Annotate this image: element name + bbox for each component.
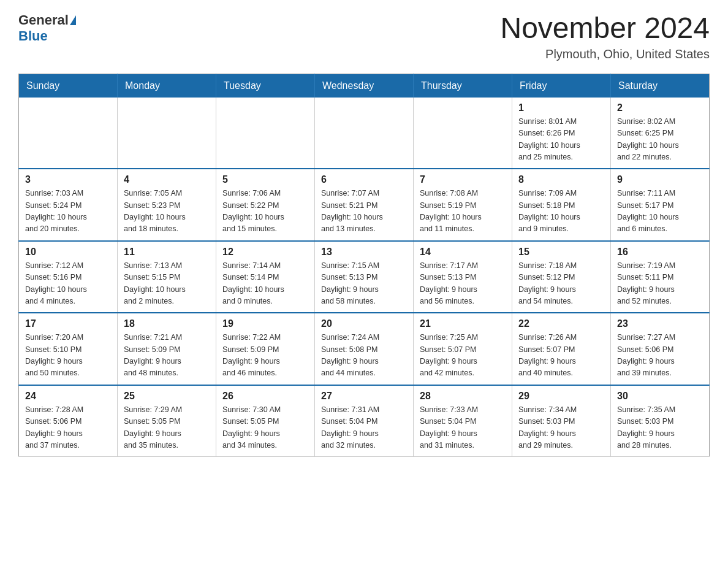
weekday-header-wednesday: Wednesday xyxy=(315,74,414,98)
day-info: Sunrise: 7:13 AM Sunset: 5:15 PM Dayligh… xyxy=(124,260,210,308)
calendar-cell: 16Sunrise: 7:19 AM Sunset: 5:11 PM Dayli… xyxy=(611,241,710,313)
calendar-cell: 7Sunrise: 7:08 AM Sunset: 5:19 PM Daylig… xyxy=(414,169,512,241)
calendar-cell: 28Sunrise: 7:33 AM Sunset: 5:04 PM Dayli… xyxy=(414,385,512,457)
calendar-cell: 12Sunrise: 7:14 AM Sunset: 5:14 PM Dayli… xyxy=(216,241,315,313)
day-number: 21 xyxy=(420,318,506,329)
calendar-cell: 26Sunrise: 7:30 AM Sunset: 5:05 PM Dayli… xyxy=(216,385,315,457)
calendar-cell: 8Sunrise: 7:09 AM Sunset: 5:18 PM Daylig… xyxy=(512,169,611,241)
day-info: Sunrise: 7:11 AM Sunset: 5:17 PM Dayligh… xyxy=(617,188,703,236)
day-info: Sunrise: 7:35 AM Sunset: 5:03 PM Dayligh… xyxy=(617,404,703,452)
day-number: 12 xyxy=(222,247,308,258)
calendar-week-row: 24Sunrise: 7:28 AM Sunset: 5:06 PM Dayli… xyxy=(19,385,710,457)
day-info: Sunrise: 7:27 AM Sunset: 5:06 PM Dayligh… xyxy=(617,332,703,380)
day-number: 11 xyxy=(124,247,210,258)
calendar-cell xyxy=(118,98,216,169)
day-info: Sunrise: 7:28 AM Sunset: 5:06 PM Dayligh… xyxy=(25,404,111,452)
month-title: November 2024 xyxy=(500,12,710,45)
day-info: Sunrise: 7:34 AM Sunset: 5:03 PM Dayligh… xyxy=(518,404,604,452)
day-info: Sunrise: 7:17 AM Sunset: 5:13 PM Dayligh… xyxy=(420,260,506,308)
day-number: 3 xyxy=(25,174,111,185)
day-info: Sunrise: 8:01 AM Sunset: 6:26 PM Dayligh… xyxy=(518,116,604,164)
calendar-cell: 23Sunrise: 7:27 AM Sunset: 5:06 PM Dayli… xyxy=(611,313,710,385)
calendar-table: SundayMondayTuesdayWednesdayThursdayFrid… xyxy=(18,74,710,458)
day-info: Sunrise: 7:21 AM Sunset: 5:09 PM Dayligh… xyxy=(124,332,210,380)
day-info: Sunrise: 7:07 AM Sunset: 5:21 PM Dayligh… xyxy=(321,188,407,236)
calendar-cell xyxy=(19,98,118,169)
day-number: 9 xyxy=(617,174,703,185)
day-number: 22 xyxy=(518,318,604,329)
day-number: 28 xyxy=(420,391,506,402)
calendar-cell: 15Sunrise: 7:18 AM Sunset: 5:12 PM Dayli… xyxy=(512,241,611,313)
day-number: 2 xyxy=(617,102,703,113)
calendar-cell: 4Sunrise: 7:05 AM Sunset: 5:23 PM Daylig… xyxy=(118,169,216,241)
day-number: 8 xyxy=(518,174,604,185)
day-info: Sunrise: 7:19 AM Sunset: 5:11 PM Dayligh… xyxy=(617,260,703,308)
calendar-week-row: 3Sunrise: 7:03 AM Sunset: 5:24 PM Daylig… xyxy=(19,169,710,241)
day-info: Sunrise: 7:24 AM Sunset: 5:08 PM Dayligh… xyxy=(321,332,407,380)
day-info: Sunrise: 7:15 AM Sunset: 5:13 PM Dayligh… xyxy=(321,260,407,308)
calendar-cell: 5Sunrise: 7:06 AM Sunset: 5:22 PM Daylig… xyxy=(216,169,315,241)
page-header: General Blue November 2024 Plymouth, Ohi… xyxy=(18,12,710,61)
calendar-cell xyxy=(414,98,512,169)
day-number: 19 xyxy=(222,318,308,329)
weekday-header-thursday: Thursday xyxy=(414,74,512,98)
logo-blue-label: Blue xyxy=(18,28,48,44)
logo-arrow-icon xyxy=(70,15,76,25)
calendar-week-row: 10Sunrise: 7:12 AM Sunset: 5:16 PM Dayli… xyxy=(19,241,710,313)
day-info: Sunrise: 7:09 AM Sunset: 5:18 PM Dayligh… xyxy=(518,188,604,236)
day-info: Sunrise: 7:22 AM Sunset: 5:09 PM Dayligh… xyxy=(222,332,308,380)
weekday-header-monday: Monday xyxy=(118,74,216,98)
logo: General Blue xyxy=(18,12,77,44)
day-number: 10 xyxy=(25,247,111,258)
calendar-cell: 19Sunrise: 7:22 AM Sunset: 5:09 PM Dayli… xyxy=(216,313,315,385)
day-number: 4 xyxy=(124,174,210,185)
weekday-header-saturday: Saturday xyxy=(611,74,710,98)
logo-text: General xyxy=(18,12,77,28)
day-number: 30 xyxy=(617,391,703,402)
day-number: 26 xyxy=(222,391,308,402)
calendar-cell: 25Sunrise: 7:29 AM Sunset: 5:05 PM Dayli… xyxy=(118,385,216,457)
calendar-cell: 24Sunrise: 7:28 AM Sunset: 5:06 PM Dayli… xyxy=(19,385,118,457)
calendar-cell: 1Sunrise: 8:01 AM Sunset: 6:26 PM Daylig… xyxy=(512,98,611,169)
calendar-cell: 3Sunrise: 7:03 AM Sunset: 5:24 PM Daylig… xyxy=(19,169,118,241)
calendar-cell: 13Sunrise: 7:15 AM Sunset: 5:13 PM Dayli… xyxy=(315,241,414,313)
day-number: 24 xyxy=(25,391,111,402)
calendar-cell: 18Sunrise: 7:21 AM Sunset: 5:09 PM Dayli… xyxy=(118,313,216,385)
weekday-header-row: SundayMondayTuesdayWednesdayThursdayFrid… xyxy=(19,74,710,98)
calendar-cell: 30Sunrise: 7:35 AM Sunset: 5:03 PM Dayli… xyxy=(611,385,710,457)
day-info: Sunrise: 7:05 AM Sunset: 5:23 PM Dayligh… xyxy=(124,188,210,236)
day-info: Sunrise: 7:29 AM Sunset: 5:05 PM Dayligh… xyxy=(124,404,210,452)
day-info: Sunrise: 7:03 AM Sunset: 5:24 PM Dayligh… xyxy=(25,188,111,236)
day-number: 20 xyxy=(321,318,407,329)
calendar-cell: 6Sunrise: 7:07 AM Sunset: 5:21 PM Daylig… xyxy=(315,169,414,241)
calendar-cell: 2Sunrise: 8:02 AM Sunset: 6:25 PM Daylig… xyxy=(611,98,710,169)
day-number: 7 xyxy=(420,174,506,185)
day-number: 15 xyxy=(518,247,604,258)
day-number: 14 xyxy=(420,247,506,258)
day-info: Sunrise: 7:25 AM Sunset: 5:07 PM Dayligh… xyxy=(420,332,506,380)
calendar-week-row: 17Sunrise: 7:20 AM Sunset: 5:10 PM Dayli… xyxy=(19,313,710,385)
weekday-header-friday: Friday xyxy=(512,74,611,98)
day-info: Sunrise: 7:33 AM Sunset: 5:04 PM Dayligh… xyxy=(420,404,506,452)
day-number: 23 xyxy=(617,318,703,329)
logo-general-text: General xyxy=(18,12,69,28)
calendar-cell: 20Sunrise: 7:24 AM Sunset: 5:08 PM Dayli… xyxy=(315,313,414,385)
day-info: Sunrise: 7:26 AM Sunset: 5:07 PM Dayligh… xyxy=(518,332,604,380)
day-info: Sunrise: 8:02 AM Sunset: 6:25 PM Dayligh… xyxy=(617,116,703,164)
day-info: Sunrise: 7:08 AM Sunset: 5:19 PM Dayligh… xyxy=(420,188,506,236)
day-info: Sunrise: 7:30 AM Sunset: 5:05 PM Dayligh… xyxy=(222,404,308,452)
calendar-cell xyxy=(216,98,315,169)
day-info: Sunrise: 7:12 AM Sunset: 5:16 PM Dayligh… xyxy=(25,260,111,308)
day-number: 25 xyxy=(124,391,210,402)
calendar-cell: 9Sunrise: 7:11 AM Sunset: 5:17 PM Daylig… xyxy=(611,169,710,241)
day-number: 1 xyxy=(518,102,604,113)
calendar-cell: 17Sunrise: 7:20 AM Sunset: 5:10 PM Dayli… xyxy=(19,313,118,385)
weekday-header-tuesday: Tuesday xyxy=(216,74,315,98)
logo-blue-text: Blue xyxy=(18,28,48,44)
calendar-cell: 21Sunrise: 7:25 AM Sunset: 5:07 PM Dayli… xyxy=(414,313,512,385)
calendar-cell: 10Sunrise: 7:12 AM Sunset: 5:16 PM Dayli… xyxy=(19,241,118,313)
day-info: Sunrise: 7:18 AM Sunset: 5:12 PM Dayligh… xyxy=(518,260,604,308)
day-number: 29 xyxy=(518,391,604,402)
day-number: 17 xyxy=(25,318,111,329)
day-number: 18 xyxy=(124,318,210,329)
